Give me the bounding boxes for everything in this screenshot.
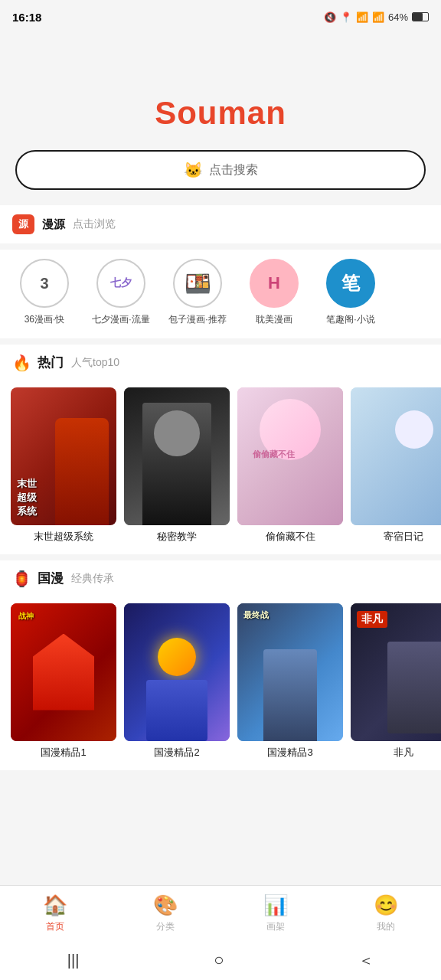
nav-category-label: 分类 <box>156 920 175 933</box>
search-bar[interactable]: 🐱 点击搜索 <box>15 150 426 190</box>
source-circle-3: 🍱 <box>173 259 222 308</box>
manga-cover-1: 末世超级系统 <box>11 387 116 525</box>
nav-category[interactable]: 🎨 分类 <box>135 893 196 933</box>
status-icons: 🔇 📍 📶 📶 64% <box>324 11 429 23</box>
mine-icon: 😊 <box>374 893 398 917</box>
guoman-manga-scroll: 战神 国漫精品1 国漫精品2 <box>0 596 441 770</box>
guoman-art-2 <box>124 603 230 741</box>
guoman-cover-2 <box>124 603 230 741</box>
nav-shelf[interactable]: 📊 画架 <box>245 893 306 933</box>
guoman-art-4: 非凡 <box>351 603 441 741</box>
sources-scroll: 3 36漫画·快 七夕 七夕漫画·流量 🍱 包子漫画·推荐 H 耽美漫画 <box>0 250 441 338</box>
guoman-title-4: 非凡 <box>351 746 441 760</box>
home-icon: 🏠 <box>43 893 67 917</box>
guoman-item-3[interactable]: 最终战 国漫精品3 <box>237 603 343 760</box>
search-placeholder: 点击搜索 <box>209 162 258 178</box>
manga-title-1: 末世超级系统 <box>11 530 116 544</box>
main-content: Souman 🐱 点击搜索 源 漫源 点击浏览 3 36漫画·快 七夕 七夕漫画… <box>0 34 441 838</box>
source-row[interactable]: 源 漫源 点击浏览 <box>0 205 441 243</box>
manga-art-1: 末世超级系统 <box>11 387 116 525</box>
manga-art-2 <box>124 387 230 525</box>
guoman-title-2: 国漫精品2 <box>124 746 230 760</box>
guoman-item-1[interactable]: 战神 国漫精品1 <box>11 603 116 760</box>
guoman-art-3: 最终战 <box>237 603 343 741</box>
manga-item-2[interactable]: 秘密教学 <box>124 387 230 544</box>
source-name-2: 七夕漫画·流量 <box>92 314 149 326</box>
hot-manga-scroll: 末世超级系统 末世超级系统 秘密教学 <box>0 380 441 554</box>
system-nav: ||| ○ ＜ <box>0 940 441 980</box>
source-badge: 源 <box>12 214 34 234</box>
logo-area: Souman <box>0 34 441 150</box>
manga-item-4[interactable]: 寄宿日记 <box>351 387 441 544</box>
source-browse[interactable]: 点击浏览 <box>73 217 116 231</box>
manga-cover-2 <box>124 387 230 525</box>
status-bar: 16:18 🔇 📍 📶 📶 64% <box>0 0 441 34</box>
app-logo: Souman <box>155 95 286 132</box>
guoman-cover-4: 非凡 <box>351 603 441 741</box>
system-menu-btn[interactable]: ||| <box>67 952 80 969</box>
guoman-cover-3: 最终战 <box>237 603 343 741</box>
system-home-btn[interactable]: ○ <box>214 950 224 970</box>
system-back-btn[interactable]: ＜ <box>358 950 374 971</box>
source-circle-5: 笔 <box>326 259 375 308</box>
guoman-section: 🏮 国漫 经典传承 战神 国漫精品1 <box>0 560 441 770</box>
hot-section-header: 🔥 热门 人气top10 <box>0 345 441 380</box>
shelf-icon: 📊 <box>263 893 288 917</box>
nav-home-label: 首页 <box>46 920 64 933</box>
battery-icon <box>412 12 429 21</box>
search-cat-icon: 🐱 <box>184 161 203 179</box>
manga-cover-3: 偷偷藏不住 <box>237 387 343 525</box>
guoman-section-header: 🏮 国漫 经典传承 <box>0 560 441 596</box>
wifi-icon: 📶 <box>356 11 368 23</box>
status-time: 16:18 <box>12 11 41 24</box>
source-name-3: 包子漫画·推荐 <box>168 314 226 326</box>
hot-subtitle: 人气top10 <box>71 356 119 370</box>
mute-icon: 🔇 <box>324 11 336 23</box>
manga-art-4 <box>351 387 441 525</box>
source-name-4: 耽美漫画 <box>256 314 292 326</box>
bottom-nav: 🏠 首页 🎨 分类 📊 画架 😊 我的 <box>0 885 441 940</box>
source-item-36manga[interactable]: 3 36漫画·快 <box>6 259 83 326</box>
source-circle-text-1: 3 <box>40 275 48 292</box>
guoman-item-4[interactable]: 非凡 非凡 <box>351 603 441 760</box>
hot-title: 热门 <box>38 354 64 371</box>
source-circle-1: 3 <box>20 259 69 308</box>
source-name-5: 笔趣阁·小说 <box>326 314 374 326</box>
source-item-danmei[interactable]: H 耽美漫画 <box>236 259 312 326</box>
manga-title-3: 偷偷藏不住 <box>237 530 343 544</box>
manga-art-3: 偷偷藏不住 <box>237 387 343 525</box>
guoman-title-1: 国漫精品1 <box>11 746 116 760</box>
nav-mine[interactable]: 😊 我的 <box>355 893 416 933</box>
source-item-qixi[interactable]: 七夕 七夕漫画·流量 <box>83 259 159 326</box>
hot-icon: 🔥 <box>12 354 31 372</box>
category-icon: 🎨 <box>153 893 178 917</box>
manga-cover-4 <box>351 387 441 525</box>
source-label: 漫源 <box>42 217 65 232</box>
source-circle-text-5: 笔 <box>341 271 360 296</box>
manga-title-2: 秘密教学 <box>124 530 230 544</box>
manga-item-3[interactable]: 偷偷藏不住 偷偷藏不住 <box>237 387 343 544</box>
guoman-art-1: 战神 <box>11 603 116 741</box>
guoman-item-2[interactable]: 国漫精品2 <box>124 603 230 760</box>
guoman-icon: 🏮 <box>12 570 31 588</box>
manga-item-1[interactable]: 末世超级系统 末世超级系统 <box>11 387 116 544</box>
manga-title-4: 寄宿日记 <box>351 530 441 544</box>
source-name-1: 36漫画·快 <box>24 314 65 326</box>
guoman-title-3: 国漫精品3 <box>237 746 343 760</box>
nav-shelf-label: 画架 <box>266 920 285 933</box>
signal-icon: 📶 <box>372 11 384 23</box>
source-circle-2: 七夕 <box>96 259 145 308</box>
source-item-biquge[interactable]: 笔 笔趣阁·小说 <box>312 259 389 326</box>
source-circle-4: H <box>250 259 299 308</box>
source-circle-text-4: H <box>268 273 280 293</box>
source-circle-text-2: 七夕 <box>110 276 132 290</box>
nav-mine-label: 我的 <box>377 920 395 933</box>
nav-home[interactable]: 🏠 首页 <box>24 893 86 933</box>
search-bar-wrap: 🐱 点击搜索 <box>0 150 441 205</box>
guoman-title: 国漫 <box>38 570 64 587</box>
location-icon: 📍 <box>340 11 352 23</box>
source-item-baozi[interactable]: 🍱 包子漫画·推荐 <box>159 259 236 326</box>
battery-text: 64% <box>388 11 408 23</box>
guoman-cover-1: 战神 <box>11 603 116 741</box>
guoman-subtitle: 经典传承 <box>71 572 114 586</box>
